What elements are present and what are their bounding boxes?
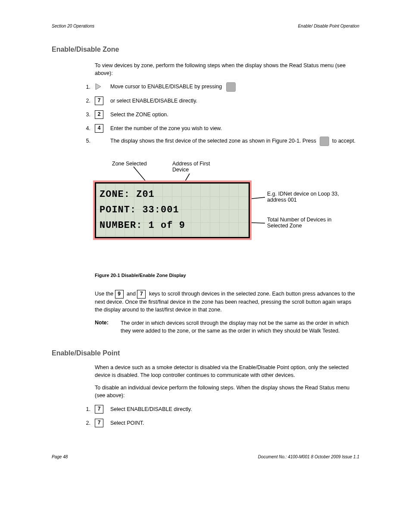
svg-marker-0	[96, 84, 101, 90]
scroll-keys-paragraph: Use the 9 and 7 keys to scroll through d…	[95, 290, 359, 314]
step-5: 5. The display shows the first device of…	[52, 137, 359, 148]
section2-step-2: 2. 7 Select POINT.	[52, 417, 359, 429]
step-number: 1.	[52, 84, 95, 90]
annotation-total-devices: Total Number of Devices in Selected Zone	[267, 217, 331, 229]
step-text: Select POINT.	[110, 420, 359, 426]
button-icon	[226, 82, 236, 92]
step-number: 3.	[52, 112, 95, 118]
key-4-icon: 4	[95, 124, 103, 133]
header-left: Section 20 Operations	[52, 24, 94, 28]
lcd-screen: ZONE: Z01 POINT: 33:001 NUMBER: 1 of 9	[95, 182, 250, 238]
figure-caption: Figure 20-1 Disable/Enable Zone Display	[95, 273, 359, 278]
step-number: 5.	[52, 137, 95, 144]
lcd-diagram: Zone Selected Address of First Device E.…	[95, 161, 359, 264]
step-text: Select ENABLE/DISABLE directly.	[110, 406, 359, 412]
note-block: Note: The order in which devices scroll …	[95, 320, 359, 335]
key-7-icon: 7	[137, 290, 146, 299]
step-number: 1.	[52, 406, 95, 412]
step-4: 4. 4 Enter the number of the zone you wi…	[52, 123, 359, 134]
page-header: Section 20 Operations Enable/ Disable Po…	[52, 24, 359, 28]
section2-intro: When a device such as a smoke detector i…	[95, 364, 359, 379]
step-2: 2. 7 or select ENABLE/DISABLE directly.	[52, 95, 359, 106]
step-number: 2.	[52, 98, 95, 104]
step-3: 3. 2 Select the ZONE option.	[52, 109, 359, 120]
step-text: or select ENABLE/DISABLE directly.	[110, 98, 359, 104]
footer-doc-info: Document No.: 4100-M001 8 October 2009 I…	[258, 454, 359, 459]
lcd-line-zone: ZONE: Z01	[100, 187, 245, 202]
section2-para2: To disable an individual device perform …	[95, 384, 359, 399]
step-text: Select the ZONE option.	[110, 112, 359, 118]
note-body: The order in which devices scroll throug…	[121, 320, 359, 335]
key-7-icon: 7	[95, 96, 103, 105]
step-text: Enter the number of the zone you wish to…	[110, 125, 359, 131]
step-number: 4.	[52, 125, 95, 131]
step-text: The display shows the first device of th…	[110, 137, 359, 146]
step-1: 1. Move cursor to ENABLE/DISABLE by pres…	[52, 81, 359, 93]
lcd-line-number: NUMBER: 1 of 9	[100, 218, 245, 233]
key-7-icon: 7	[95, 419, 103, 427]
section-heading-enable-disable-point: Enable/Disable Point	[52, 349, 359, 357]
section-heading-enable-disable-zone: Enable/Disable Zone	[52, 46, 359, 53]
key-9-icon: 9	[115, 290, 124, 299]
annotation-idnet-example: E.g. IDNet device on Loop 33, address 00…	[267, 191, 339, 203]
header-right: Enable/ Disable Point Operation	[298, 24, 359, 28]
key-2-icon: 2	[95, 110, 103, 119]
lcd-line-point: POINT: 33:001	[100, 202, 245, 218]
note-label: Note:	[95, 320, 109, 335]
button-icon	[320, 137, 329, 146]
intro-paragraph: To view devices by zone, perform the fol…	[95, 62, 359, 77]
page-footer: Page 48 Document No.: 4100-M001 8 Octobe…	[52, 454, 359, 459]
section2-step-1: 1. 7 Select ENABLE/DISABLE directly.	[52, 404, 359, 415]
footer-page-number: Page 48	[52, 454, 68, 459]
step-number: 2.	[52, 420, 95, 426]
annotation-zone-selected: Zone Selected	[112, 161, 147, 167]
annotation-address-first-device: Address of First Device	[172, 161, 210, 173]
key-7-icon: 7	[95, 405, 103, 414]
step-text: Move cursor to ENABLE/DISABLE by pressin…	[110, 82, 359, 92]
triangle-right-icon	[95, 83, 102, 92]
